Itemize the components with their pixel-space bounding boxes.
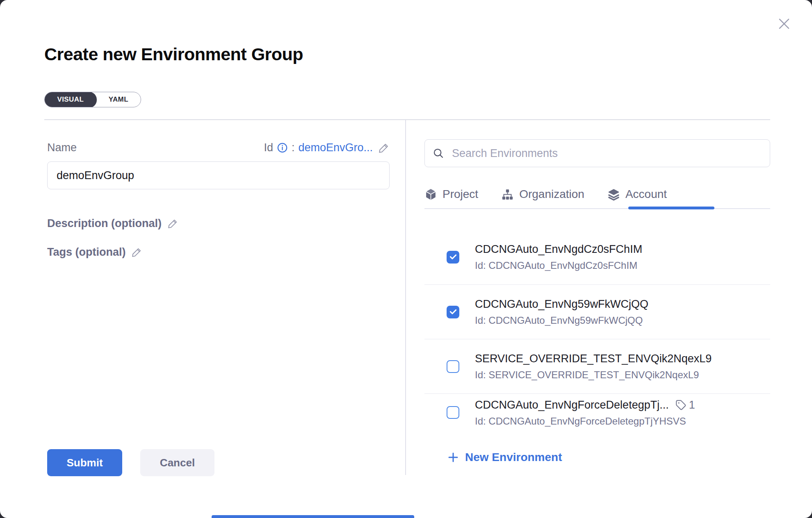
environment-name: CDCNGAuto_EnvNg59wFkWCjQQ — [475, 298, 648, 311]
tag-count-badge: 1 — [675, 399, 695, 411]
create-environment-group-modal: Create new Environment Group VISUAL YAML… — [0, 0, 812, 518]
environment-id: Id: CDCNGAuto_EnvNgdCz0sFChIM — [475, 260, 642, 271]
background-page-blue-element — [212, 515, 414, 518]
environment-id: Id: CDCNGAuto_EnvNg59wFkWCjQQ — [475, 315, 648, 326]
environment-checkbox-unchecked[interactable] — [447, 360, 459, 373]
tag-count: 1 — [689, 399, 695, 411]
new-environment-button[interactable]: New Environment — [447, 451, 562, 464]
tag-icon — [675, 400, 687, 411]
org-chart-icon — [501, 188, 514, 201]
environment-row[interactable]: SERVICE_OVERRIDE_TEST_ENVQik2NqexL9 Id: … — [424, 339, 770, 394]
edit-tags-pencil-icon[interactable] — [131, 247, 142, 258]
tab-organization[interactable]: Organization — [501, 180, 584, 208]
search-environments-box — [424, 139, 770, 167]
environment-name: CDCNGAuto_EnvNgdCz0sFChIM — [475, 243, 642, 256]
search-icon — [432, 147, 445, 159]
tags-optional-row: Tags (optional) — [47, 246, 142, 259]
environment-row[interactable]: CDCNGAuto_EnvNg59wFkWCjQQ Id: CDCNGAuto_… — [424, 285, 770, 339]
info-icon[interactable] — [277, 142, 288, 153]
scope-tabs: Project Organization — [424, 180, 770, 209]
environment-name: CDCNGAuto_EnvNgForceDeletegpTj... — [475, 399, 669, 411]
active-tab-indicator — [628, 207, 714, 209]
edit-description-pencil-icon[interactable] — [167, 218, 178, 229]
environment-checkbox-checked[interactable] — [447, 306, 459, 318]
environment-row[interactable]: CDCNGAuto_EnvNgdCz0sFChIM Id: CDCNGAuto_… — [424, 210, 770, 285]
close-button[interactable] — [775, 15, 793, 33]
id-value[interactable]: demoEnvGro... — [298, 141, 373, 154]
description-label: Description (optional) — [47, 217, 162, 230]
environment-list: CDCNGAuto_EnvNgdCz0sFChIM Id: CDCNGAuto_… — [424, 210, 770, 432]
id-row: Id : demoEnvGro... — [47, 141, 390, 154]
tab-visual[interactable]: VISUAL — [44, 92, 97, 107]
environment-row-partially-scrolled[interactable]: CDCNGAuto_EnvNgForceDeletegpTj... 1 Id: … — [424, 394, 770, 432]
cancel-button[interactable]: Cancel — [140, 449, 214, 476]
environment-checkbox-unchecked[interactable] — [447, 406, 459, 419]
search-environments-input[interactable] — [451, 147, 762, 160]
id-colon: : — [292, 141, 295, 154]
tab-account[interactable]: Account — [607, 180, 667, 208]
tags-label: Tags (optional) — [47, 246, 125, 259]
pane-divider — [405, 120, 406, 475]
tab-organization-label: Organization — [519, 188, 584, 201]
page-title: Create new Environment Group — [44, 44, 303, 64]
environment-id: Id: CDCNGAuto_EnvNgForceDeletegpTjYHSVS — [475, 416, 695, 427]
tab-yaml[interactable]: YAML — [96, 92, 141, 107]
cube-icon — [424, 188, 437, 201]
name-input[interactable] — [47, 161, 390, 189]
environment-id: Id: SERVICE_OVERRIDE_TEST_ENVQik2NqexL9 — [475, 369, 712, 381]
tab-project[interactable]: Project — [424, 180, 478, 208]
description-optional-row: Description (optional) — [47, 217, 178, 230]
tab-project-label: Project — [442, 188, 478, 201]
new-environment-label: New Environment — [465, 451, 562, 464]
submit-button[interactable]: Submit — [47, 449, 122, 476]
id-label: Id — [264, 141, 273, 154]
header-divider — [44, 119, 770, 120]
tab-account-label: Account — [625, 188, 667, 201]
visual-yaml-toggle: VISUAL YAML — [44, 92, 141, 107]
edit-id-pencil-icon[interactable] — [378, 142, 390, 154]
close-icon — [776, 16, 792, 32]
environment-checkbox-checked[interactable] — [447, 251, 459, 264]
environment-name: SERVICE_OVERRIDE_TEST_ENVQik2NqexL9 — [475, 352, 712, 365]
layers-icon — [607, 188, 620, 201]
plus-icon — [447, 451, 459, 463]
